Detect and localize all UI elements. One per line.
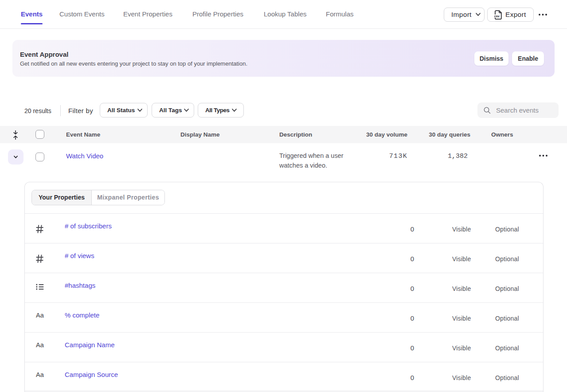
svg-text:csv: csv — [494, 14, 500, 18]
